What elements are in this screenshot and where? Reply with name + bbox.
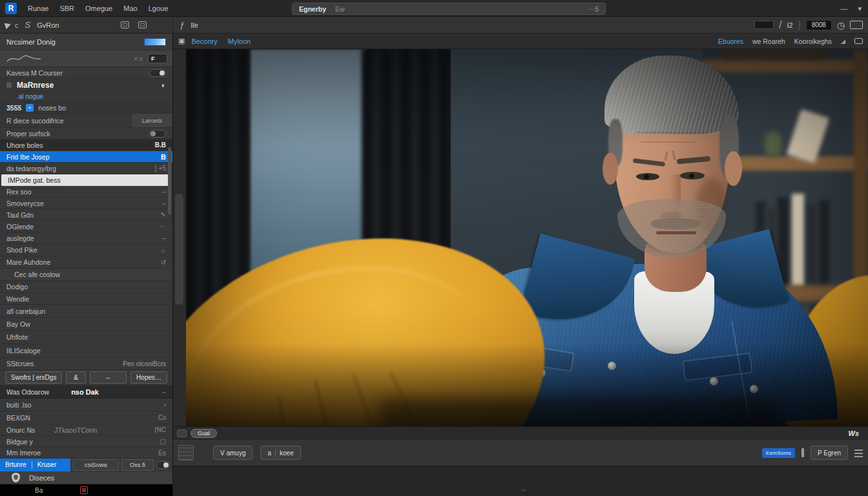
sidebar-row[interactable]: auslegde – [0,232,172,244]
menu-item-4[interactable]: Lgoue [149,5,169,12]
export-button[interactable]: P Egren [811,446,848,460]
timeline-strip: Gual Ws [173,426,868,439]
list-icon[interactable] [854,448,863,457]
targets-button[interactable]: Laroets [131,114,172,127]
sidebar-row-masking[interactable]: MaRnrese ◐ [0,79,172,92]
link-0[interactable]: Ebuores [718,37,743,45]
menu-item-2[interactable]: Omegue [85,5,112,12]
sidebar-row[interactable]: OGlende ⋯ [0,221,172,232]
canvas-scrollbar[interactable] [175,194,183,305]
toggle-switch[interactable] [149,130,166,138]
filter-button-1[interactable]: & [66,371,85,384]
ratio-label[interactable]: I2 [787,21,792,29]
sidebar-row[interactable]: Mare Auhdone ↺ [0,256,172,269]
footer-toggle[interactable] [156,461,170,469]
sidebar-row[interactable]: BEXGN Cs [0,411,172,424]
curve-search-box[interactable]: < c F [0,50,172,67]
sidebar-row-link[interactable]: .al nogue [0,92,172,102]
app-logo[interactable]: R [5,3,17,14]
sidebar-row[interactable]: da tedarorgy/brg } +5 [0,163,172,174]
privacy-row[interactable]: Diseces [0,471,172,484]
sidebar-row[interactable]: buiti .lso › [0,398,172,411]
command-options-icon[interactable]: ⋯5 [588,5,599,13]
star-icon[interactable]: ☼ [160,247,166,254]
secondary-button[interactable]: csiSowe [73,459,119,471]
sidebar-row[interactable]: Smoverycse ⌣ [0,198,172,209]
link-2[interactable]: Kooroikeghs [794,37,832,45]
sidebar-row[interactable]: Bidgue y ▢ [0,436,172,448]
sidebar-row[interactable]: Dodigo [0,281,172,293]
filter-button-0[interactable]: Swofrs | erxDgs [5,371,62,384]
display-icon[interactable] [850,21,863,29]
tab-0[interactable]: Beconry [191,37,217,45]
half-circle-icon[interactable]: ◐ [161,81,166,90]
sync-label[interactable]: GvRon [37,21,59,29]
color-swatch[interactable] [754,21,774,29]
sidebar-row-highlight[interactable]: IMPode gat. bess [1,174,171,186]
strip-button[interactable]: Gual [191,429,217,438]
link-1[interactable]: we Roareh [752,37,785,45]
sidebar-row[interactable]: Mm Imeroe Es [0,448,172,459]
adjust-icon[interactable]: ◢ [841,38,845,45]
grid-icon[interactable] [138,21,147,28]
zoom-tool-button[interactable]: a koee [260,446,300,460]
timeline-icon[interactable] [177,429,187,437]
sidebar-row[interactable]: SStcrues Peo olconiBcrs [0,358,172,370]
menu-item-1[interactable]: SBR [59,5,74,12]
sidebar-row[interactable]: Taul Gdn ✎ [0,209,172,221]
pencil-icon[interactable]: ✎ [161,211,166,218]
sidebar-row[interactable]: Rex soo – [0,186,172,198]
bullet-icon [6,83,12,88]
panel-icon[interactable]: ▣ [178,37,185,45]
primary-action-button[interactable]: Brtunre Kruser [0,459,70,471]
section-header[interactable]: Was Odoarow nso Dak – [0,386,172,398]
sidebar-row[interactable]: Shod Pike ☼ [0,244,172,256]
frame-icon[interactable] [121,21,129,28]
clock-icon[interactable]: ◷ [837,20,845,30]
sidebar-row[interactable]: Bay Ow [0,318,172,331]
sidebar-row[interactable]: IILIScaloge [0,344,172,358]
info-icon[interactable]: ▪ [26,104,34,112]
sidebar-row-section[interactable]: Kavesa M Courser [0,67,172,79]
sidebar-row-dark[interactable]: Uhore boles B.B [0,140,172,151]
crescent-tool-icon[interactable]: c [15,21,19,29]
layout-icon[interactable] [854,38,863,44]
status-badge[interactable]: EemSoms [762,448,795,458]
strip-right-label[interactable]: Ws [849,429,865,437]
tertiary-button[interactable]: Oxs.fi [121,459,154,471]
flag-badge[interactable]: F [148,54,167,63]
sidebar-row[interactable]: Uhflote [0,331,172,344]
chevron-right-icon[interactable]: › [164,401,166,408]
menu-item-0[interactable]: Runae [28,5,48,12]
pointer-tool-icon[interactable] [5,21,12,28]
sidebar-row[interactable]: Wendie [0,293,172,305]
frame-counter[interactable]: 8008 [806,20,832,30]
tab-1[interactable]: Myloon [228,37,251,45]
collapse-icon[interactable]: – [162,388,166,395]
photo[interactable] [186,49,868,426]
filter-button-3[interactable]: Hopes… [130,371,167,384]
checkbox-icon[interactable]: ▢ [160,438,166,445]
menu-item-3[interactable]: Mao [123,5,137,12]
command-search-bar[interactable]: Egnerby Ew ⋯5 [292,3,606,15]
minimize-button[interactable]: — [840,5,847,12]
toggle-switch[interactable] [149,69,166,77]
sidebar-row[interactable]: afl carebajun [0,305,172,318]
sidebar-row[interactable]: Onurc Ns JTkaooTCorin (NC [0,424,172,436]
panel-toggle-icon[interactable] [178,445,194,460]
record-icon[interactable] [80,486,88,494]
split-left-cell[interactable]: R diece sucodifrice [0,114,131,127]
sidebar-row-toggle[interactable]: Proper surfsck [0,128,172,140]
pen-tool-icon[interactable]: ƒ [180,20,184,30]
file-label[interactable]: Ile [191,21,198,29]
filter-button-2[interactable]: – [90,371,127,384]
histogram-thumbnail[interactable] [144,38,166,46]
curve-tool-icon[interactable]: S [25,20,31,30]
sidebar-scrollbar[interactable] [168,147,171,214]
window-menu-caret[interactable]: ▾ [858,5,862,13]
sidebar-row-indent[interactable]: Cec afe coslow [0,269,172,281]
reset-icon[interactable]: ↺ [161,259,166,266]
view-mode-button[interactable]: V amuyg [213,446,253,460]
sidebar-row-count[interactable]: 3555 ▪ noses bo [0,102,172,114]
sidebar-row-selected[interactable]: Frid Ibe Josep B [0,151,172,163]
